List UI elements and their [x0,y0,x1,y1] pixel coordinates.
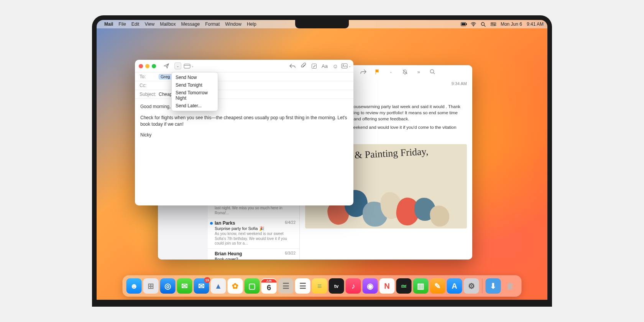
notch [295,20,349,28]
flag-dropdown-icon[interactable]: ⌄ [388,69,394,75]
dock-app-maps[interactable]: ▲ [211,278,226,294]
to-field[interactable]: To: Greg Scheer [135,72,353,81]
screen: Mail File Edit View Mailbox Message Form… [97,20,547,300]
dock-app-calendar[interactable]: 6JUN [261,278,277,294]
dock-app-mail[interactable]: ✉15 [194,278,209,294]
flag-icon[interactable] [374,69,380,75]
spotlight-icon[interactable] [481,22,486,26]
compose-header-fields: To: Greg Scheer Cc: Subject: Cheap flig [135,72,353,99]
svg-line-10 [434,73,435,74]
dock-app-settings[interactable]: ⚙ [464,278,479,294]
to-label: To: [140,74,159,79]
control-center-icon[interactable] [491,22,496,26]
send-icon[interactable] [163,62,170,69]
menubar-date[interactable]: Mon Jun 6 [501,21,522,27]
send-split-button: ⌄ [174,62,181,69]
send-dropdown-button[interactable]: ⌄ [174,62,181,69]
svg-point-4 [491,23,492,24]
reply-icon[interactable] [289,62,296,69]
send-later-menu: Send Now Send Tonight Send Tomorrow Nigh… [171,72,218,111]
menubar-time[interactable]: 9:41 AM [527,21,544,27]
dock-app-photos[interactable]: ✿ [228,278,243,294]
compose-toolbar: ⌄ ⌄ Aa ☺ ⌄ [135,60,353,72]
svg-rect-11 [184,64,190,68]
dock-app-news[interactable]: N [380,278,395,294]
menubar-left: Mail File Edit View Mailbox Message Form… [104,21,256,27]
menubar-view[interactable]: View [145,21,154,27]
dock-app-facetime[interactable]: ▢ [245,278,260,294]
menubar-format[interactable]: Format [205,21,220,27]
svg-line-2 [484,25,486,26]
badge: 15 [204,277,210,283]
subject-label: Subject: [140,92,159,97]
svg-rect-3 [491,23,496,24]
cc-label: Cc: [140,83,159,88]
forward-icon[interactable] [360,69,366,75]
zoom-window-button[interactable] [152,64,156,68]
battery-icon[interactable] [461,22,466,26]
dock-app-launchpad[interactable]: ⊞ [143,278,159,294]
menubar-message[interactable]: Message [181,21,200,27]
svg-point-0 [473,25,474,26]
mail-list-sender: Ian Parks [215,220,296,226]
more-icon[interactable]: » [416,69,422,75]
compose-window: ⌄ ⌄ Aa ☺ ⌄ Send Now Send Tonight Send To… [135,60,353,205]
dock-app-stocks[interactable]: ≃ [396,278,412,294]
svg-point-15 [343,65,344,66]
mute-icon[interactable] [402,69,408,75]
menubar-app-name[interactable]: Mail [104,21,113,27]
emoji-icon[interactable]: ☺ [332,62,339,69]
mail-list-preview: last night. We miss you so much here in … [215,206,296,215]
cc-field[interactable]: Cc: [135,81,353,90]
mail-list-preview: As you know, next weekend is our sweet S… [215,232,296,246]
dock-app-downloads[interactable]: ⬇ [486,278,501,294]
header-fields-icon[interactable]: ⌄ [185,62,192,69]
minimize-window-button[interactable] [145,64,150,68]
compose-body[interactable]: Good morning, Greg! Check for flights wh… [135,99,353,148]
dock-app-notes[interactable]: ≡ [312,278,327,294]
send-menu-item-now[interactable]: Send Now [172,74,218,81]
dock-app-safari[interactable]: ◎ [160,278,176,294]
dock-app-messages[interactable]: ✉ [177,278,192,294]
unread-dot-icon [210,222,213,225]
mail-list-sender: Brian Heung [215,251,296,256]
dock-app-tv[interactable]: tv [329,278,344,294]
mail-list-subject: Book cover? [215,257,296,260]
dock-app-trash[interactable]: 🗑 [503,278,518,294]
dock-separator [482,279,483,293]
close-window-button[interactable] [139,64,143,68]
window-controls [139,64,156,68]
compose-signature: Nicky [140,132,348,138]
dock-app-podcasts[interactable]: ◉ [363,278,378,294]
dock-app-numbers[interactable]: ▥ [413,278,429,294]
menubar-help[interactable]: Help [247,21,256,27]
subject-field[interactable]: Subject: Cheap flig [135,90,353,99]
menubar-edit[interactable]: Edit [131,21,140,27]
send-menu-item-later[interactable]: Send Later... [172,102,218,110]
svg-point-9 [430,70,434,73]
wifi-icon[interactable] [471,22,476,26]
compose-paragraph: Check for flights when you see this—the … [140,115,348,128]
svg-point-6 [494,25,495,26]
send-menu-item-tomorrow[interactable]: Send Tomorrow Night [172,89,218,102]
dock-app-appstore[interactable]: A [447,278,462,294]
mail-reader-time: 9:34 AM [452,81,467,86]
menubar-window[interactable]: Window [225,21,242,27]
attach-icon[interactable] [300,62,307,69]
search-icon[interactable] [429,69,435,75]
markup-icon[interactable] [310,62,317,69]
mail-list-item[interactable]: 6/4/22 Ian Parks Surprise party for Sofi… [208,218,299,249]
mail-list-date: 6/3/22 [285,251,296,255]
photo-browser-icon[interactable]: ⌄ [343,62,350,69]
laptop-frame: Mail File Edit View Mailbox Message Form… [92,15,552,307]
dock-app-music[interactable]: ♪ [346,278,361,294]
format-icon[interactable]: Aa [321,62,328,69]
menubar-mailbox[interactable]: Mailbox [160,21,176,27]
menubar-file[interactable]: File [118,21,126,27]
dock-app-reminders[interactable]: ☰ [295,278,310,294]
dock-app-contacts[interactable]: ☰ [278,278,294,294]
mail-list-item[interactable]: 6/3/22 Brian Heung Book cover? Hi Nick, … [208,249,299,260]
send-menu-item-tonight[interactable]: Send Tonight [172,81,218,89]
dock-app-pages[interactable]: ✎ [430,278,445,294]
dock-app-finder[interactable]: ☻ [127,278,142,294]
